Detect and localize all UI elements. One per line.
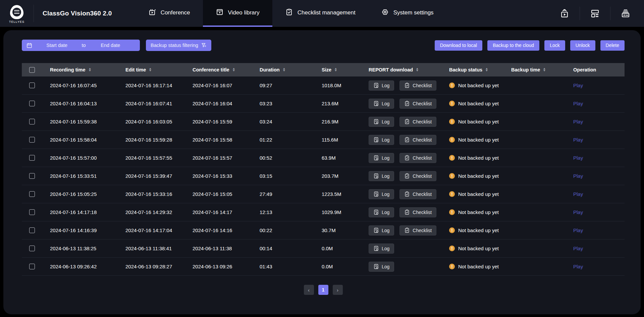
log-button-label: Log [382,210,389,215]
row-checkbox[interactable] [29,119,35,124]
play-link[interactable]: Play [573,173,583,179]
cell-duration: 12:13 [252,203,314,221]
cell-duration: 01:43 [252,258,314,275]
cell-size: 1018.0M [314,76,361,94]
checklist-button-label: Checklist [413,210,432,215]
log-button-label: Log [382,192,389,197]
sort-icon[interactable]: ▲▼ [149,68,152,72]
tab-conference[interactable]: Conference [136,0,203,27]
recorder-device-button[interactable] [619,7,632,20]
row-checkbox[interactable] [29,227,35,233]
sort-icon[interactable]: ▲▼ [283,68,285,72]
select-all-checkbox[interactable] [29,67,35,73]
sort-icon[interactable]: ▲▼ [416,68,419,72]
checklist-download-button[interactable]: Checklist [399,189,436,199]
cell-size: 0.0M [314,258,361,275]
log-download-button[interactable]: Log [369,262,394,272]
sort-icon[interactable]: ▲▼ [89,68,91,72]
cell-size: 216.9M [314,113,361,130]
date-range-picker[interactable]: Start date to End date [22,40,140,51]
sort-icon[interactable]: ▲▼ [543,68,546,72]
cell-backup-status: !Not backed up yet [441,113,503,130]
backup-status-filter-button[interactable]: Backup status filtering [146,40,211,51]
tab-system-settings[interactable]: System settings [368,0,446,27]
table-row: 2024-07-16 15:33:512024-07-16 15:39:4720… [22,167,625,185]
play-link[interactable]: Play [573,83,583,88]
log-download-button[interactable]: Log [369,189,394,199]
tab-checklist-management[interactable]: Checklist management [272,0,368,27]
checklist-download-button[interactable]: Checklist [399,135,436,145]
row-checkbox[interactable] [29,101,35,106]
cell-edit-time: 2024-07-16 16:07:41 [117,95,184,112]
cell-duration: 09:27 [252,76,314,94]
checklist-download-button[interactable]: Checklist [399,99,436,109]
brand-logo[interactable]: TELLYES [0,0,34,27]
play-link[interactable]: Play [573,119,583,124]
checklist-download-button[interactable]: Checklist [399,225,436,235]
log-download-button[interactable]: Log [369,225,394,235]
warning-icon: ! [449,137,455,143]
checklist-doc-icon [404,191,410,197]
row-checkbox[interactable] [29,264,35,269]
app-title: ClassGo Vision360 2.0 [34,0,136,27]
sort-icon[interactable]: ▲▼ [485,68,488,72]
play-link[interactable]: Play [573,191,583,197]
navbar-right-tools [558,0,644,27]
cell-operation: Play [565,240,625,257]
sort-icon[interactable]: ▲▼ [334,68,337,72]
end-date-input[interactable]: End date [86,43,135,48]
log-file-icon [373,191,379,197]
row-checkbox[interactable] [29,173,35,179]
download-to-local-button[interactable]: Download to local [435,40,483,51]
checklist-download-button[interactable]: Checklist [399,153,436,163]
log-file-icon [373,137,379,143]
play-link[interactable]: Play [573,101,583,106]
row-checkbox[interactable] [29,155,35,161]
play-link[interactable]: Play [573,209,583,215]
log-download-button[interactable]: Log [369,207,394,217]
live-cast-button[interactable] [558,7,571,20]
backup-status-text: Not backed up yet [458,119,499,124]
cell-size: 115.6M [314,131,361,149]
top-navbar: TELLYES ClassGo Vision360 2.0 Conference… [0,0,644,27]
play-link[interactable]: Play [573,155,583,161]
row-checkbox[interactable] [29,83,35,88]
log-download-button[interactable]: Log [369,135,394,145]
log-download-button[interactable]: Log [369,117,394,127]
checklist-download-button[interactable]: Checklist [399,207,436,217]
row-checkbox[interactable] [29,191,35,197]
layout-button[interactable] [589,7,601,20]
delete-button[interactable]: Delete [600,40,625,51]
cell-recording-time: 2024-07-16 16:04:13 [42,95,117,112]
checklist-download-button[interactable]: Checklist [399,117,436,127]
lock-button[interactable]: Lock [544,40,565,51]
row-checkbox[interactable] [29,246,35,251]
play-link[interactable]: Play [573,246,583,251]
unlock-button[interactable]: Unlock [570,40,595,51]
log-file-icon [373,119,379,124]
start-date-input[interactable]: Start date [32,43,82,48]
play-link[interactable]: Play [573,227,583,233]
log-download-button[interactable]: Log [369,171,394,181]
sort-icon[interactable]: ▲▼ [232,68,235,72]
log-download-button[interactable]: Log [369,153,394,163]
row-checkbox[interactable] [29,209,35,215]
tab-video-library[interactable]: Video library [203,0,272,27]
backup-to-cloud-button[interactable]: Backup to the cloud [487,40,539,51]
play-link[interactable]: Play [573,264,583,269]
pagination-page-1[interactable]: 1 [318,285,328,295]
checklist-download-button[interactable]: Checklist [399,171,436,181]
pagination-next-button[interactable]: › [333,285,343,295]
checklist-download-button[interactable]: Checklist [399,81,436,91]
pagination-prev-button[interactable]: ‹ [304,285,314,295]
checklist-doc-icon [404,227,410,233]
log-download-button[interactable]: Log [369,81,394,91]
column-header-size: Size▲▼ [314,63,361,76]
checklist-button-label: Checklist [413,228,432,233]
play-link[interactable]: Play [573,137,583,143]
log-download-button[interactable]: Log [369,99,394,109]
row-checkbox[interactable] [29,137,35,143]
column-label: Recording time [50,67,86,72]
cell-duration: 01:22 [252,131,314,149]
log-download-button[interactable]: Log [369,244,394,254]
